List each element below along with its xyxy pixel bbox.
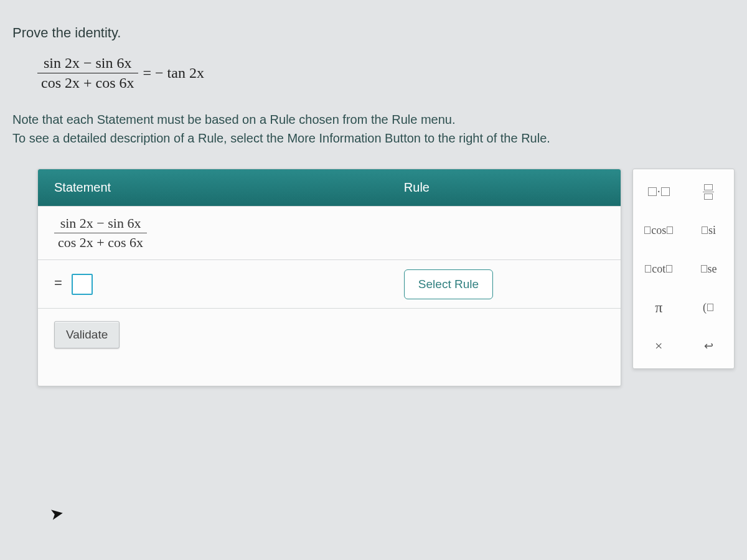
dot-icon: · xyxy=(657,185,660,198)
rule-cell-1 xyxy=(388,225,621,242)
statement-1-denominator: cos 2x + cos 6x xyxy=(54,233,147,251)
math-toolbox: · cos si cot se π ( xyxy=(632,169,735,369)
cot-label: cot xyxy=(652,263,665,276)
tool-cos[interactable]: cos xyxy=(639,217,679,244)
instruction-note: Note that each Statement must be based o… xyxy=(12,110,735,147)
tool-clear[interactable]: × xyxy=(639,332,679,360)
column-header-statement: Statement xyxy=(38,169,388,206)
cos-label: cos xyxy=(651,224,666,237)
identity-fraction: sin 2x − sin 6x cos 2x + cos 6x xyxy=(37,55,138,91)
tool-undo[interactable]: ↩ xyxy=(688,332,728,360)
validate-button[interactable]: Validate xyxy=(54,321,120,348)
statement-1-numerator: sin 2x − sin 6x xyxy=(57,215,145,233)
proof-table: Statement Rule sin 2x − sin 6x cos 2x + … xyxy=(37,169,621,386)
identity-rhs: = − tan 2x xyxy=(143,65,204,82)
statement-cell-2: = xyxy=(38,265,388,304)
prompt-title: Prove the identity. xyxy=(12,25,735,41)
table-row: sin 2x − sin 6x cos 2x + cos 6x xyxy=(38,206,621,259)
close-icon: × xyxy=(655,338,662,354)
statement-cell-1: sin 2x − sin 6x cos 2x + cos 6x xyxy=(38,207,388,259)
sec-label: se xyxy=(708,263,717,276)
equals-sign: = xyxy=(54,275,62,291)
column-header-rule: Rule xyxy=(388,169,621,206)
sin-label: si xyxy=(708,224,716,237)
tool-sec[interactable]: se xyxy=(688,255,728,282)
identity-equation: sin 2x − sin 6x cos 2x + cos 6x = − tan … xyxy=(37,55,735,91)
note-line-2: To see a detailed description of a Rule,… xyxy=(12,131,550,145)
paren-icon: ( xyxy=(703,301,707,314)
tool-multiply-placeholder[interactable]: · xyxy=(639,178,679,205)
tool-paren[interactable]: ( xyxy=(688,294,728,321)
fraction-icon xyxy=(703,184,714,200)
tool-sin[interactable]: si xyxy=(688,217,728,244)
note-line-1: Note that each Statement must be based o… xyxy=(12,113,456,126)
tool-cot[interactable]: cot xyxy=(639,255,679,282)
identity-numerator: sin 2x − sin 6x xyxy=(40,55,136,73)
undo-icon: ↩ xyxy=(704,339,713,353)
statement-1-fraction: sin 2x − sin 6x cos 2x + cos 6x xyxy=(54,215,147,251)
expression-input[interactable] xyxy=(72,274,93,295)
table-row: = Select Rule xyxy=(38,259,621,308)
cursor-icon: ➤ xyxy=(48,503,65,524)
identity-denominator: cos 2x + cos 6x xyxy=(37,73,138,91)
proof-table-header: Statement Rule xyxy=(38,169,621,206)
validate-row: Validate xyxy=(38,308,621,386)
tool-fraction[interactable] xyxy=(688,178,728,205)
rule-cell-2: Select Rule xyxy=(388,261,621,308)
tool-pi[interactable]: π xyxy=(639,294,679,321)
select-rule-button[interactable]: Select Rule xyxy=(404,269,493,299)
pi-icon: π xyxy=(655,299,662,316)
